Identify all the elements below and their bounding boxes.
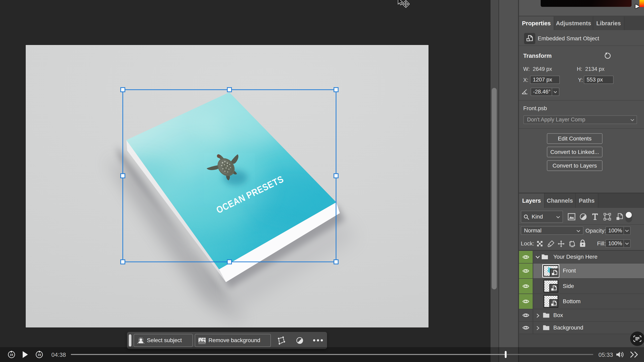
svg-text:15: 15 xyxy=(10,353,13,356)
svg-text:15: 15 xyxy=(38,353,41,356)
